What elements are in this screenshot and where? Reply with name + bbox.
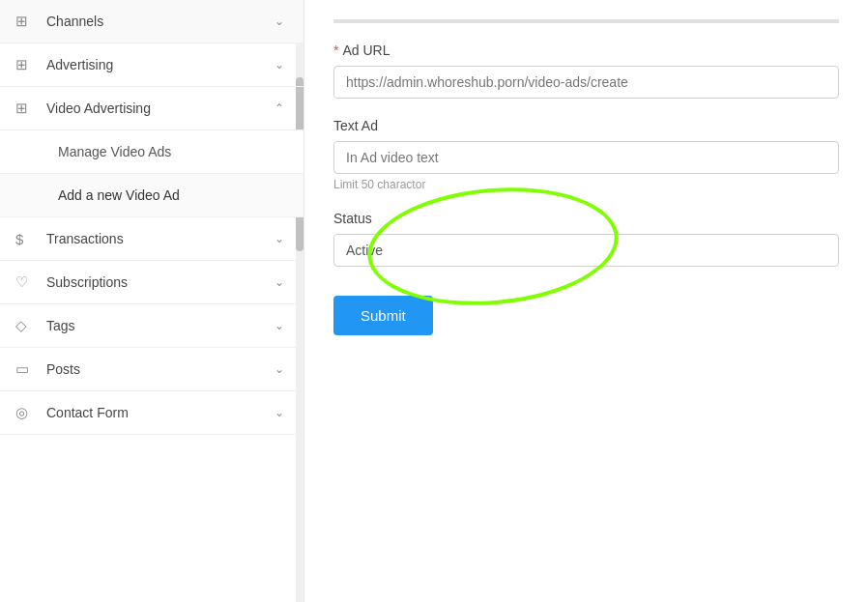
chevron-down-icon: ⌄	[275, 58, 284, 72]
sidebar-item-label: Manage Video Ads	[58, 144, 171, 159]
chevron-down-icon: ⌄	[275, 362, 284, 376]
sidebar-item-label: Contact Form	[46, 405, 129, 420]
required-marker: *	[333, 43, 338, 58]
status-label: Status	[333, 211, 839, 226]
sidebar-item-tags[interactable]: ◇ Tags ⌄	[0, 304, 304, 348]
video-advertising-icon: ⊞	[15, 100, 28, 117]
ad-url-input[interactable]	[333, 66, 839, 99]
sidebar-item-add-new-video-ad[interactable]: Add a new Video Ad	[0, 174, 304, 217]
sidebar-item-subscriptions[interactable]: ♡ Subscriptions ⌄	[0, 261, 304, 304]
status-select[interactable]: Active	[333, 234, 839, 267]
sidebar-item-label: Advertising	[46, 57, 113, 72]
sidebar-item-manage-video-ads[interactable]: Manage Video Ads	[0, 130, 304, 174]
chevron-up-icon: ⌃	[275, 101, 284, 115]
sidebar: ⊞ Channels ⌄ ⊞ Advertising ⌄ ⊞ Video Adv…	[0, 0, 304, 602]
ad-url-label: * Ad URL	[333, 43, 839, 58]
tags-icon: ◇	[15, 317, 27, 334]
chevron-down-icon: ⌄	[275, 232, 284, 245]
channels-icon: ⊞	[15, 13, 28, 30]
chevron-down-icon: ⌄	[275, 14, 284, 28]
sidebar-item-channels[interactable]: ⊞ Channels ⌄	[0, 0, 304, 43]
posts-icon: ▭	[15, 360, 29, 378]
chevron-down-icon: ⌄	[275, 275, 284, 289]
sidebar-item-label: Subscriptions	[46, 274, 128, 290]
sidebar-item-video-advertising[interactable]: ⊞ Video Advertising ⌃	[0, 87, 304, 130]
sidebar-item-label: Add a new Video Ad	[58, 187, 180, 203]
sidebar-item-label: Posts	[46, 361, 80, 377]
sidebar-item-label: Transactions	[46, 231, 124, 246]
sidebar-item-transactions[interactable]: $ Transactions ⌄	[0, 217, 304, 261]
contact-form-icon: ◎	[15, 404, 28, 421]
chevron-down-icon: ⌄	[275, 406, 284, 419]
sidebar-item-label: Channels	[46, 14, 103, 29]
text-ad-hint: Limit 50 charactor	[333, 178, 839, 191]
text-ad-label: Text Ad	[333, 118, 839, 133]
sidebar-item-contact-form[interactable]: ◎ Contact Form ⌄	[0, 391, 304, 435]
top-divider	[333, 19, 839, 23]
sidebar-item-label: Video Advertising	[46, 100, 151, 116]
sidebar-item-label: Tags	[46, 318, 75, 333]
transactions-icon: $	[15, 231, 23, 247]
subscriptions-icon: ♡	[15, 273, 28, 291]
sidebar-item-advertising[interactable]: ⊞ Advertising ⌄	[0, 43, 304, 87]
ad-url-field-group: * Ad URL	[333, 43, 839, 99]
sidebar-item-posts[interactable]: ▭ Posts ⌄	[0, 348, 304, 391]
advertising-icon: ⊞	[15, 56, 28, 73]
submit-button[interactable]: Submit	[333, 296, 433, 335]
text-ad-field-group: Text Ad Limit 50 charactor	[333, 118, 839, 191]
chevron-down-icon: ⌄	[275, 319, 284, 332]
text-ad-input[interactable]	[333, 141, 839, 174]
status-field-group: Status Active	[333, 211, 839, 267]
main-content: * Ad URL Text Ad Limit 50 charactor Stat…	[304, 0, 868, 602]
